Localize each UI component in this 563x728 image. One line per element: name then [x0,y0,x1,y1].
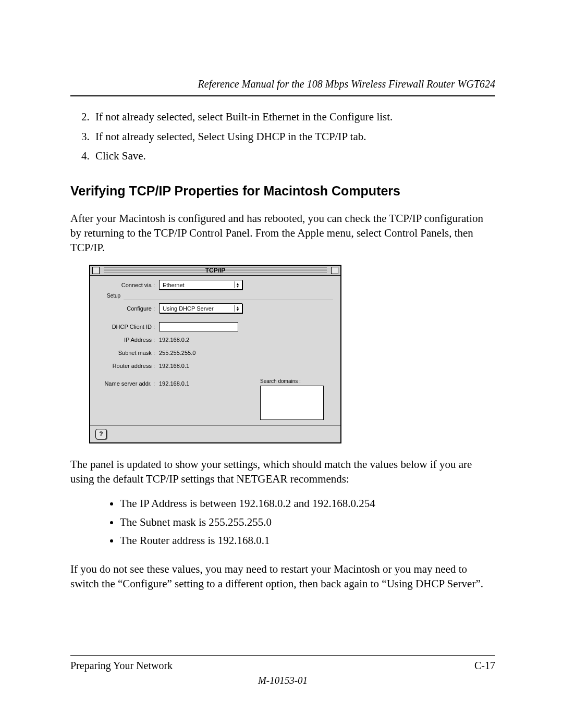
label-connect-via: Connect via : [97,282,159,288]
row-connect-via: Connect via : Ethernet ▲▼ [97,280,333,290]
value-router-address: 192.168.0.1 [159,363,189,369]
bullet-item: The IP Address is between 192.168.0.2 an… [120,496,495,512]
connect-via-value: Ethernet [163,282,185,288]
label-name-server: Name server addr. : [97,380,159,387]
tcpip-body: Connect via : Ethernet ▲▼ Setup Configur… [90,276,340,425]
chevron-updown-icon: ▲▼ [234,305,241,312]
setup-group-label: Setup [107,293,333,299]
label-dhcp-client-id: DHCP Client ID : [97,324,159,330]
help-icon: ? [99,430,103,438]
running-header: Reference Manual for the 108 Mbps Wirele… [70,78,495,93]
step-list: If not already selected, select Built-in… [70,109,495,165]
label-router-address: Router address : [97,363,159,369]
body-paragraph: If you do not see these values, you may … [70,562,495,591]
row-dhcp-client-id: DHCP Client ID : [97,322,333,332]
row-name-server: Name server addr. : 192.168.0.1 [97,378,260,389]
header-rule [70,95,495,96]
titlebar-stripes [104,267,327,274]
row-ip-address: IP Address : 192.168.0.2 [97,335,333,345]
value-subnet-mask: 255.255.255.0 [159,350,195,356]
row-router-address: Router address : 192.168.0.1 [97,361,333,371]
dhcp-client-id-input[interactable] [159,322,238,331]
label-search-domains: Search domains : [260,378,333,384]
label-ip-address: IP Address : [97,337,159,343]
step-item: If not already selected, select Built-in… [92,109,495,126]
setup-group-line [124,300,333,300]
footer-rule [70,655,495,656]
configure-value: Using DHCP Server [163,305,214,312]
close-icon[interactable] [92,267,100,274]
tcpip-footer: ? [90,425,340,442]
bullet-item: The Router address is 192.168.0.1 [120,533,495,549]
label-subnet-mask: Subnet mask : [97,350,159,356]
section-heading: Verifying TCP/IP Properties for Macintos… [70,183,495,199]
step-item: Click Save. [92,148,495,165]
tcpip-control-panel: TCP/IP Connect via : Ethernet ▲▼ Setup C… [89,265,341,443]
footer-section-name: Preparing Your Network [70,660,173,672]
chevron-updown-icon: ▲▼ [234,281,241,288]
page-footer: Preparing Your Network C-17 M-10153-01 [70,655,495,686]
document-page: Reference Manual for the 108 Mbps Wirele… [0,0,563,728]
footer-page-number: C-17 [474,660,495,672]
bullet-item: The Subnet mask is 255.255.255.0 [120,514,495,531]
tcpip-lower-section: Name server addr. : 192.168.0.1 Search d… [97,378,333,420]
footer-doc-number: M-10153-01 [70,675,495,686]
zoom-icon[interactable] [331,267,338,274]
help-button[interactable]: ? [95,429,107,439]
body-paragraph: After your Macintosh is configured and h… [70,211,495,255]
body-paragraph: The panel is updated to show your settin… [70,457,495,487]
connect-via-select[interactable]: Ethernet ▲▼ [159,280,242,290]
row-subnet-mask: Subnet mask : 255.255.255.0 [97,348,333,358]
value-ip-address: 192.168.0.2 [159,337,189,343]
row-configure: Configure : Using DHCP Server ▲▼ [97,303,333,314]
step-item: If not already selected, Select Using DH… [92,129,495,145]
value-name-server: 192.168.0.1 [159,380,189,387]
search-domains-input[interactable] [260,386,324,420]
bullet-list: The IP Address is between 192.168.0.2 an… [70,496,495,549]
configure-select[interactable]: Using DHCP Server ▲▼ [159,303,242,313]
tcpip-titlebar[interactable]: TCP/IP [90,266,340,276]
label-configure: Configure : [97,305,159,312]
